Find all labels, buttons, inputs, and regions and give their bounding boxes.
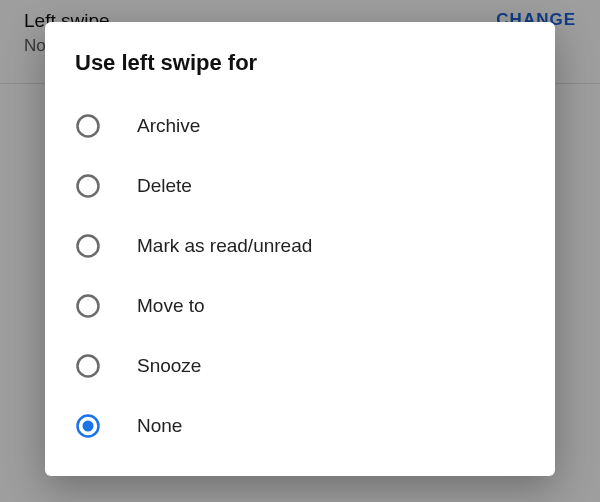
radio-off-icon: [75, 233, 101, 259]
option-mark-read-unread[interactable]: Mark as read/unread: [45, 216, 555, 276]
radio-off-icon: [75, 353, 101, 379]
svg-point-3: [78, 296, 99, 317]
option-snooze[interactable]: Snooze: [45, 336, 555, 396]
option-none[interactable]: None: [45, 396, 555, 456]
svg-point-6: [83, 421, 94, 432]
option-label: Delete: [137, 175, 192, 197]
svg-point-0: [78, 116, 99, 137]
option-label: Archive: [137, 115, 200, 137]
radio-off-icon: [75, 173, 101, 199]
option-archive[interactable]: Archive: [45, 96, 555, 156]
option-label: Snooze: [137, 355, 201, 377]
option-label: Move to: [137, 295, 205, 317]
radio-on-icon: [75, 413, 101, 439]
option-label: Mark as read/unread: [137, 235, 312, 257]
svg-point-2: [78, 236, 99, 257]
svg-point-1: [78, 176, 99, 197]
radio-off-icon: [75, 293, 101, 319]
option-label: None: [137, 415, 182, 437]
radio-off-icon: [75, 113, 101, 139]
swipe-action-dialog: Use left swipe for Archive Delete Mark a…: [45, 22, 555, 476]
option-delete[interactable]: Delete: [45, 156, 555, 216]
option-move-to[interactable]: Move to: [45, 276, 555, 336]
dialog-title: Use left swipe for: [45, 50, 555, 96]
svg-point-4: [78, 356, 99, 377]
